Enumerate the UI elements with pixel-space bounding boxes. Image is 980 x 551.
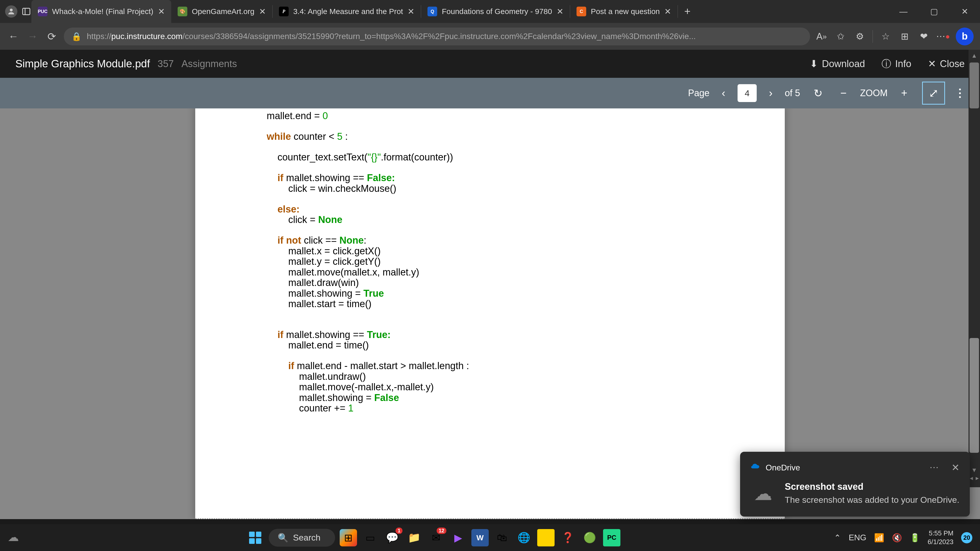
pycharm-icon[interactable]: PC bbox=[603, 529, 620, 546]
new-tab-button[interactable]: + bbox=[678, 0, 697, 23]
clock[interactable]: 5:55 PM 6/1/2023 bbox=[928, 529, 953, 546]
sticky-notes-icon[interactable] bbox=[537, 529, 555, 546]
onedrive-notification[interactable]: OneDrive ⋯ ✕ ☁ Screenshot saved The scre… bbox=[740, 452, 970, 516]
taskbar-search[interactable]: 🔍 Search bbox=[269, 529, 335, 547]
tab-angle-measure[interactable]: P 3.4: Angle Measure and the Prot ✕ bbox=[272, 0, 421, 23]
chrome-icon[interactable]: 🟢 bbox=[581, 529, 598, 546]
more-icon[interactable]: ⋯● bbox=[937, 30, 950, 43]
tab-title: Post a new question bbox=[591, 7, 660, 16]
more-options-button[interactable] bbox=[955, 89, 965, 98]
close-icon[interactable]: ✕ bbox=[407, 6, 414, 16]
notification-description: The screenshot was added to your OneDriv… bbox=[785, 494, 959, 506]
language-indicator[interactable]: ENG bbox=[849, 533, 866, 542]
pdf-page: mallet.end = 0 while counter < 5 : count… bbox=[195, 108, 785, 519]
svg-point-0 bbox=[10, 9, 13, 11]
download-button[interactable]: ⬇ Download bbox=[810, 58, 865, 69]
zoom-label: ZOOM bbox=[860, 88, 888, 98]
notification-count[interactable]: 20 bbox=[961, 532, 972, 543]
store-icon[interactable]: 🛍 bbox=[493, 529, 511, 546]
word-icon[interactable]: W bbox=[471, 529, 489, 546]
battery-icon[interactable]: 🔋 bbox=[910, 533, 920, 543]
notification-title: Screenshot saved bbox=[785, 481, 959, 492]
download-icon: ⬇ bbox=[810, 58, 818, 69]
tab-title: 3.4: Angle Measure and the Prot bbox=[293, 7, 403, 16]
page-divider bbox=[195, 518, 785, 519]
vertical-scrollbar[interactable]: ▲ ▼ ◀ ▶ bbox=[969, 50, 980, 487]
tab-title: OpenGameArt.org bbox=[192, 7, 255, 16]
close-pdf-button[interactable]: ✕ Close bbox=[928, 58, 965, 69]
fullscreen-button[interactable]: ⤢ bbox=[922, 82, 945, 105]
tab-whack-a-mole[interactable]: PUC Whack-a-Mole! (Final Project) ✕ bbox=[32, 0, 171, 23]
maximize-button[interactable]: ▢ bbox=[919, 0, 950, 23]
widgets-icon[interactable]: ▭ bbox=[362, 529, 379, 546]
favicon-icon: 🎨 bbox=[178, 6, 187, 16]
code-block: mallet.end = 0 while counter < 5 : count… bbox=[267, 111, 713, 414]
cloud-icon: ☁ bbox=[750, 481, 776, 507]
notification-menu-icon[interactable]: ⋯ bbox=[929, 462, 939, 473]
search-icon: 🔍 bbox=[278, 533, 288, 543]
tab-post-question[interactable]: C Post a new question ✕ bbox=[570, 0, 678, 23]
favorites-icon[interactable]: ☆ bbox=[879, 30, 892, 43]
zoom-out-button[interactable]: − bbox=[836, 86, 851, 101]
favorite-icon[interactable]: ✩ bbox=[834, 30, 847, 43]
taskbar: ☁ 🔍 Search ⊞ ▭ 💬1 📁 ✉12 ▶ W 🛍 🌐 ❓ 🟢 PC ⌃… bbox=[0, 524, 980, 551]
tab-opengameart[interactable]: 🎨 OpenGameArt.org ✕ bbox=[171, 0, 272, 23]
address-bar: ← → ⟳ 🔒 https://puc.instructure.com/cour… bbox=[0, 23, 980, 50]
back-button[interactable]: ← bbox=[6, 29, 21, 43]
tab-strip: PUC Whack-a-Mole! (Final Project) ✕ 🎨 Op… bbox=[32, 0, 888, 23]
extensions-icon[interactable]: ⚙ bbox=[853, 30, 866, 43]
profile-icon[interactable] bbox=[5, 5, 18, 17]
wifi-icon[interactable]: 📶 bbox=[874, 533, 884, 543]
breadcrumb-course: 357 bbox=[158, 59, 174, 69]
notification-close-icon[interactable]: ✕ bbox=[951, 462, 959, 473]
health-icon[interactable]: ❤ bbox=[918, 30, 930, 43]
task-view-icon[interactable]: ⊞ bbox=[340, 529, 357, 546]
page-total: of 5 bbox=[785, 88, 800, 98]
forward-button: → bbox=[25, 29, 40, 43]
browser-titlebar: PUC Whack-a-Mole! (Final Project) ✕ 🎨 Op… bbox=[0, 0, 980, 23]
volume-icon[interactable]: 🔇 bbox=[892, 533, 902, 543]
tab-foundations-geometry[interactable]: Q Foundations of Geometry - 9780 ✕ bbox=[421, 0, 570, 23]
close-icon[interactable]: ✕ bbox=[557, 6, 563, 16]
scroll-thumb-outer[interactable] bbox=[969, 62, 979, 108]
tab-title: Foundations of Geometry - 9780 bbox=[442, 7, 552, 16]
next-page-button[interactable]: › bbox=[763, 86, 778, 101]
teams-icon[interactable]: 💬1 bbox=[383, 529, 401, 546]
read-aloud-icon[interactable]: A» bbox=[815, 30, 828, 43]
refresh-button[interactable]: ⟳ bbox=[45, 29, 59, 43]
scroll-down-icon[interactable]: ▼ bbox=[969, 464, 980, 476]
scroll-thumb-inner[interactable] bbox=[969, 338, 979, 453]
url-input[interactable]: 🔒 https://puc.instructure.com/courses/33… bbox=[64, 27, 810, 45]
zoom-in-button[interactable]: + bbox=[897, 86, 912, 101]
get-help-icon[interactable]: ❓ bbox=[559, 529, 576, 546]
start-button[interactable] bbox=[246, 529, 264, 547]
onedrive-icon bbox=[750, 462, 760, 473]
close-window-button[interactable]: ✕ bbox=[950, 0, 980, 23]
pdf-viewer-header: Simple Graphics Module.pdf 357 Assignmen… bbox=[0, 50, 980, 78]
close-icon[interactable]: ✕ bbox=[664, 6, 671, 16]
favicon-icon: P bbox=[279, 6, 289, 16]
rotate-button[interactable]: ↻ bbox=[810, 86, 826, 101]
svg-rect-1 bbox=[23, 8, 30, 14]
favicon-icon: C bbox=[576, 6, 586, 16]
tray-chevron-icon[interactable]: ⌃ bbox=[834, 533, 841, 543]
minimize-button[interactable]: — bbox=[888, 0, 919, 23]
scroll-up-icon[interactable]: ▲ bbox=[969, 50, 980, 61]
mail-icon[interactable]: ✉12 bbox=[428, 529, 445, 546]
close-icon[interactable]: ✕ bbox=[259, 6, 266, 16]
tab-actions-icon[interactable] bbox=[21, 6, 32, 17]
clipchamp-icon[interactable]: ▶ bbox=[449, 529, 467, 546]
prev-page-button[interactable]: ‹ bbox=[716, 86, 731, 101]
lock-icon[interactable]: 🔒 bbox=[72, 32, 82, 41]
edge-icon[interactable]: 🌐 bbox=[515, 529, 533, 546]
close-icon[interactable]: ✕ bbox=[158, 6, 165, 16]
collections-icon[interactable]: ⊞ bbox=[898, 30, 911, 43]
bing-chat-icon[interactable]: b bbox=[956, 27, 974, 45]
info-icon: ⓘ bbox=[881, 57, 891, 70]
weather-widget[interactable]: ☁ bbox=[8, 530, 22, 545]
favicon-icon: Q bbox=[428, 6, 437, 16]
pdf-title: Simple Graphics Module.pdf bbox=[15, 58, 150, 70]
page-input[interactable]: 4 bbox=[738, 84, 757, 102]
info-button[interactable]: ⓘ Info bbox=[881, 57, 911, 70]
file-explorer-icon[interactable]: 📁 bbox=[406, 529, 423, 546]
